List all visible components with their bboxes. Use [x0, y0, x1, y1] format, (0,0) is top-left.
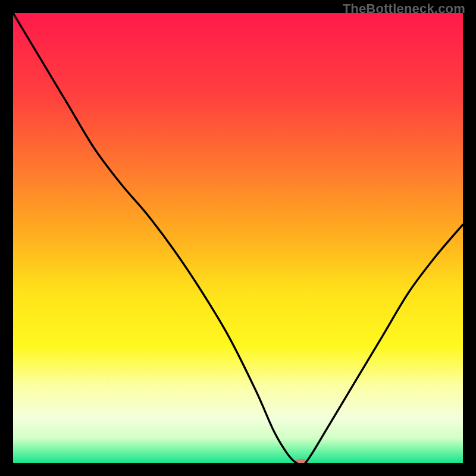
- bottleneck-chart: [13, 13, 463, 463]
- watermark-text: TheBottleneck.com: [343, 1, 465, 17]
- chart-frame: TheBottleneck.com: [0, 0, 476, 476]
- plot-area-background: [13, 13, 463, 463]
